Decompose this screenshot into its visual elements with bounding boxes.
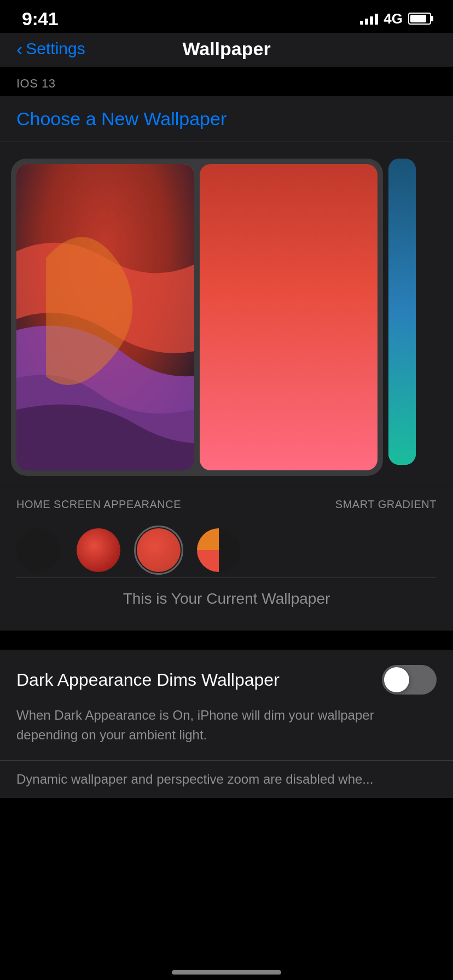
- network-type: 4G: [384, 10, 403, 27]
- home-screen-thumbnail[interactable]: [200, 164, 378, 470]
- toggle-section: Dark Appearance Dims Wallpaper When Dark…: [0, 650, 453, 760]
- status-icons: 4G: [360, 10, 431, 27]
- status-time: 9:41: [22, 8, 58, 30]
- dark-appearance-toggle[interactable]: [382, 665, 437, 695]
- wallpaper-preview-area: [0, 142, 453, 487]
- choose-wallpaper-row[interactable]: Choose a New Wallpaper: [0, 96, 453, 142]
- bottom-partial-text: Dynamic wallpaper and perspective zoom a…: [0, 760, 453, 798]
- color-option-selected-red[interactable]: [137, 528, 181, 572]
- home-screen-appearance-label: HOME SCREEN APPEARANCE: [16, 498, 181, 511]
- battery-icon: [408, 13, 431, 25]
- back-label: Settings: [26, 39, 85, 58]
- battery-fill: [410, 15, 426, 22]
- signal-bars-icon: [360, 13, 378, 25]
- status-bar: 9:41 4G: [0, 0, 453, 33]
- color-option-black[interactable]: [16, 528, 60, 572]
- wallpaper-pair-container[interactable]: [11, 159, 383, 476]
- color-option-red[interactable]: [77, 528, 120, 572]
- dark-appearance-label: Dark Appearance Dims Wallpaper: [16, 670, 280, 690]
- svg-rect-1: [388, 159, 416, 465]
- section-label: IOS 13: [0, 67, 453, 96]
- lock-screen-thumbnail[interactable]: [16, 164, 194, 470]
- appearance-section: HOME SCREEN APPEARANCE SMART GRADIENT Th…: [0, 487, 453, 631]
- current-wallpaper-text: This is Your Current Wallpaper: [16, 578, 437, 620]
- chevron-left-icon: ‹: [16, 39, 22, 58]
- third-wallpaper-thumbnail[interactable]: [388, 159, 416, 465]
- dark-appearance-row: Dark Appearance Dims Wallpaper: [16, 665, 437, 695]
- wallpaper-thumbnails: [11, 159, 442, 476]
- toggle-knob: [384, 667, 409, 692]
- home-indicator: [172, 970, 281, 975]
- nav-bar: ‹ Settings Wallpaper: [0, 33, 453, 67]
- page-title: Wallpaper: [182, 38, 270, 60]
- back-button[interactable]: ‹ Settings: [16, 39, 85, 58]
- color-options: [16, 523, 437, 578]
- color-option-split[interactable]: [197, 528, 241, 572]
- smart-gradient-label: SMART GRADIENT: [335, 498, 437, 511]
- dark-appearance-description: When Dark Appearance is On, iPhone will …: [16, 705, 437, 745]
- appearance-headers: HOME SCREEN APPEARANCE SMART GRADIENT: [16, 498, 437, 511]
- section-separator: [0, 631, 453, 650]
- choose-wallpaper-link[interactable]: Choose a New Wallpaper: [16, 108, 226, 129]
